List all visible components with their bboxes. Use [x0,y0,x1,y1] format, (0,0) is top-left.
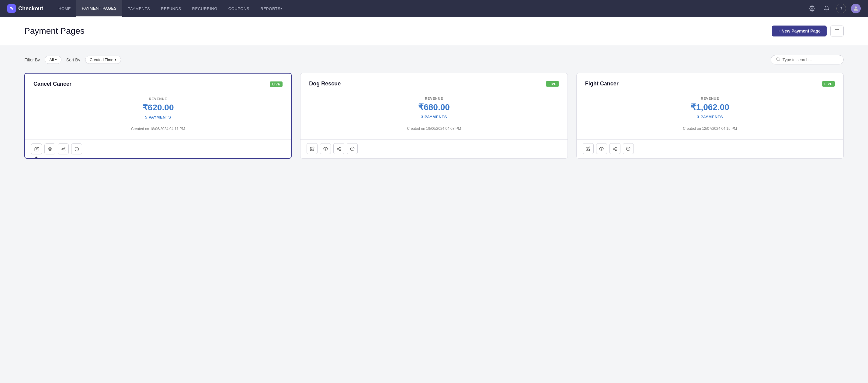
search-icon [776,57,780,62]
brand-name: Checkout [18,5,43,12]
edit-button-dog-rescue[interactable] [307,143,317,154]
revenue-section-cancel-cancer: REVENUE ₹620.00 5 PAYMENTS [33,97,283,120]
revenue-amount-fight-cancer: ₹1,062.00 [585,102,835,112]
share-button-cancel-cancer[interactable] [58,143,69,154]
card-body-fight-cancer: Fight Cancer LIVE REVENUE ₹1,062.00 3 PA… [577,73,843,139]
svg-point-26 [616,150,617,151]
help-button[interactable]: ? [836,4,846,13]
filter-by-dropdown[interactable]: All [45,56,61,64]
disable-button-dog-rescue[interactable] [347,143,358,154]
payments-link-dog-rescue[interactable]: 3 PAYMENTS [309,115,559,119]
status-badge-dog-rescue: LIVE [546,81,559,87]
nav-refunds[interactable]: REFUNDS [155,0,186,17]
svg-point-5 [776,58,779,61]
card-actions-cancel-cancer: Edit [25,140,291,158]
edit-tooltip: Edit [31,158,42,159]
svg-line-27 [614,149,616,150]
svg-point-17 [337,148,339,149]
svg-point-10 [64,150,65,151]
nav-right-icons: ? [807,4,861,13]
svg-point-1 [855,6,857,8]
edit-button-cancel-cancer[interactable] [31,143,42,154]
svg-point-9 [61,148,63,150]
svg-point-23 [601,148,602,149]
card-created-cancel-cancer: Created on 18/06/2024 04:11 PM [33,127,283,131]
search-input[interactable] [782,58,838,62]
card-actions-dog-rescue [301,139,567,158]
share-button-fight-cancer[interactable] [610,143,620,154]
nav-coupons[interactable]: COUPONS [223,0,255,17]
page-title: Payment Pages [24,26,85,36]
payment-card-fight-cancer: Fight Cancer LIVE REVENUE ₹1,062.00 3 PA… [576,73,844,159]
card-body-cancel-cancer: Cancel Cancer LIVE REVENUE ₹620.00 5 PAY… [25,73,291,139]
svg-line-20 [338,148,339,148]
svg-point-18 [339,150,341,151]
new-payment-page-button[interactable]: + New Payment Page [772,26,827,36]
nav-recurring[interactable]: RECURRING [187,0,223,17]
payment-card-cancel-cancer: Cancel Cancer LIVE REVENUE ₹620.00 5 PAY… [24,73,292,159]
navbar: ✎ Checkout HOME PAYMENT PAGES PAYMENTS R… [0,0,868,17]
bell-button[interactable] [822,4,832,13]
status-badge-cancel-cancer: LIVE [270,82,283,87]
nav-reports[interactable]: REPORTS [255,0,288,17]
brand-logo[interactable]: ✎ Checkout [7,4,43,13]
payment-card-dog-rescue: Dog Rescue LIVE REVENUE ₹680.00 3 PAYMEN… [300,73,567,159]
nav-payments[interactable]: PAYMENTS [122,0,156,17]
brand-icon: ✎ [7,4,16,13]
payment-pages-grid: Cancel Cancer LIVE REVENUE ₹620.00 5 PAY… [24,73,844,159]
nav-links: HOME PAYMENT PAGES PAYMENTS REFUNDS RECU… [53,0,807,17]
card-actions-fight-cancer [577,139,843,158]
sort-by-dropdown[interactable]: Created Time [85,56,121,64]
payments-link-fight-cancer[interactable]: 3 PAYMENTS [585,115,835,119]
card-title-fight-cancer: Fight Cancer [585,81,619,87]
settings-button[interactable] [807,4,817,13]
view-button-dog-rescue[interactable] [320,143,331,154]
revenue-section-fight-cancer: REVENUE ₹1,062.00 3 PAYMENTS [585,97,835,119]
revenue-amount-dog-rescue: ₹680.00 [309,102,559,112]
revenue-amount-cancel-cancer: ₹620.00 [33,102,283,113]
main-content: Filter By All Sort By Created Time Cance… [0,45,868,168]
disable-button-cancel-cancer[interactable] [71,143,82,154]
svg-point-15 [325,148,326,149]
share-button-dog-rescue[interactable] [333,143,344,154]
revenue-section-dog-rescue: REVENUE ₹680.00 3 PAYMENTS [309,97,559,119]
card-created-fight-cancer: Created on 12/07/2024 04:15 PM [585,126,835,131]
revenue-label-cancel-cancer: REVENUE [33,97,283,101]
revenue-label-fight-cancer: REVENUE [585,97,835,100]
user-avatar[interactable] [851,4,861,13]
card-title-cancel-cancer: Cancel Cancer [33,81,71,87]
svg-point-25 [613,148,614,149]
filter-bar: Filter By All Sort By Created Time [24,55,844,64]
svg-point-24 [616,147,617,148]
svg-line-12 [63,148,64,149]
revenue-label-dog-rescue: REVENUE [309,97,559,100]
sort-by-label: Sort By [66,58,80,62]
nav-home[interactable]: HOME [53,0,76,17]
status-badge-fight-cancer: LIVE [822,81,835,87]
svg-point-0 [811,8,813,9]
payments-link-cancel-cancer[interactable]: 5 PAYMENTS [33,115,283,120]
card-title-dog-rescue: Dog Rescue [309,81,341,87]
card-body-dog-rescue: Dog Rescue LIVE REVENUE ₹680.00 3 PAYMEN… [301,73,567,139]
nav-payment-pages[interactable]: PAYMENT PAGES [76,0,122,17]
svg-point-16 [339,147,341,148]
page-header-actions: + New Payment Page [772,26,844,36]
page-header: Payment Pages + New Payment Page [0,17,868,45]
svg-line-6 [779,60,780,61]
edit-button-fight-cancer[interactable] [583,143,594,154]
svg-line-19 [338,149,339,150]
search-box [771,55,844,64]
card-created-dog-rescue: Created on 19/06/2024 04:08 PM [309,126,559,131]
disable-button-fight-cancer[interactable] [623,143,634,154]
svg-line-11 [63,149,64,150]
filter-by-label: Filter By [24,58,40,62]
filter-options-button[interactable] [830,26,844,36]
view-button-fight-cancer[interactable] [596,143,607,154]
svg-point-7 [49,148,51,150]
svg-point-8 [64,147,65,148]
svg-line-28 [614,148,616,148]
view-button-cancel-cancer[interactable] [44,143,55,154]
